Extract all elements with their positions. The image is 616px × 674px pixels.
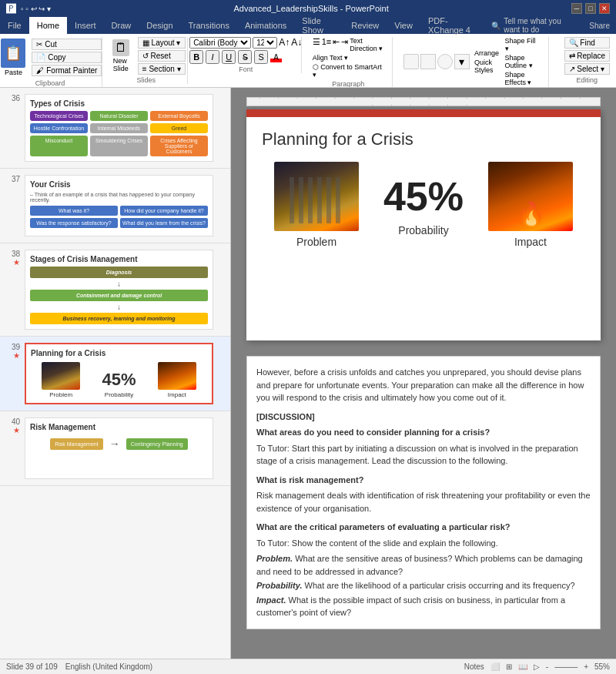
view-normal-icon[interactable]: ⬜ xyxy=(490,662,500,671)
increase-indent-button[interactable]: ⇥ xyxy=(341,37,348,52)
maximize-button[interactable]: □ xyxy=(585,3,596,14)
font-size-select[interactable]: 12 xyxy=(253,37,277,49)
slide-thumb-40[interactable]: 40 ★ Risk Management Risk Management → C… xyxy=(0,411,230,486)
slide-thumb-37[interactable]: 37 Your Crisis – Think of an example of … xyxy=(0,169,230,243)
ribbon-group-drawing: ▾ Arrange Quick Styles Shape Fill ▾ Shap… xyxy=(403,37,549,88)
slide-info: Slide 39 of 109 xyxy=(6,662,58,671)
select-button[interactable]: ↗ Select ▾ xyxy=(564,63,610,75)
planning-row-preview: Problem 45% Probability Impact xyxy=(31,362,207,398)
slide-thumb-38[interactable]: 38 ★ Stages of Crisis Management Diagnos… xyxy=(0,243,230,337)
slide-area: · · · · · · · · · · · · · · · · · · · · … xyxy=(231,88,616,659)
slide-preview-38: Stages of Crisis Management Diagnosis ↓ … xyxy=(25,250,213,330)
slide-thumb-36[interactable]: 36 Types of Crisis Technological Crises … xyxy=(0,88,230,169)
shape-more[interactable]: ▾ xyxy=(454,54,470,69)
ribbon-group-clipboard: 📋 Paste ✂ Cut 📄 Copy 🖌 Format Painter Cl… xyxy=(6,37,102,87)
layout-button[interactable]: ▦ Layout ▾ xyxy=(138,37,186,49)
app-icon: 🅿 xyxy=(6,3,16,15)
tab-draw[interactable]: Draw xyxy=(104,17,139,34)
bold-button[interactable]: B xyxy=(189,50,203,64)
zoom-level[interactable]: 55% xyxy=(594,662,610,671)
slide-number-38: 38 xyxy=(5,250,20,258)
main-slide: Planning for a Crisis Problem 45% Probab… xyxy=(246,109,601,340)
font-family-select[interactable]: Calibri (Body) xyxy=(189,37,251,49)
align-text-button[interactable]: Align Text ▾ xyxy=(313,54,348,62)
italic-button[interactable]: I xyxy=(206,50,219,64)
window-controls[interactable]: ─ □ ✕ xyxy=(571,3,610,14)
ribbon-group-editing: 🔍 Find ⇄ Replace ↗ Select ▾ Editing xyxy=(560,37,610,84)
cut-button[interactable]: ✂ Cut xyxy=(32,39,102,50)
decrease-indent-button[interactable]: ⇤ xyxy=(333,37,340,52)
text-direction-button[interactable]: Text Direction ▾ xyxy=(350,37,384,52)
main-area: 36 Types of Crisis Technological Crises … xyxy=(0,88,616,659)
increase-font-button[interactable]: A↑ xyxy=(279,37,290,49)
slide-number-39: 39 xyxy=(5,343,20,351)
slide-number-36: 36 xyxy=(5,94,20,102)
slide-images-row: Problem 45% Probability Impact xyxy=(262,162,585,248)
font-color-button[interactable]: A xyxy=(270,52,282,62)
tab-transitions[interactable]: Transitions xyxy=(181,17,237,34)
arrow-icon: → xyxy=(109,438,120,450)
zoom-out-button[interactable]: - xyxy=(546,662,548,671)
bullet-list-button[interactable]: ☰ xyxy=(313,37,320,52)
arrange-button[interactable]: Arrange xyxy=(474,49,502,57)
zoom-slider[interactable]: ——— xyxy=(554,662,578,671)
shape-fill-button[interactable]: Shape Fill ▾ xyxy=(505,37,541,52)
tab-design[interactable]: Design xyxy=(139,17,180,34)
zoom-in-button[interactable]: + xyxy=(584,662,588,671)
format-painter-button[interactable]: 🖌 Format Painter xyxy=(32,65,102,76)
status-bar: Slide 39 of 109 English (United Kingdom)… xyxy=(0,659,616,674)
tell-me-box[interactable]: 🔍 Tell me what you want to do xyxy=(485,17,583,34)
tab-insert[interactable]: Insert xyxy=(67,17,104,34)
view-reading-icon[interactable]: 📖 xyxy=(518,662,527,671)
share-button[interactable]: Share xyxy=(583,17,616,34)
notes-impact-label: Impact. xyxy=(256,595,286,605)
ribbon-content: 📋 Paste ✂ Cut 📄 Copy 🖌 Format Painter Cl… xyxy=(0,34,616,88)
paste-button[interactable]: 📋 Paste xyxy=(0,37,28,78)
preview-industrial-image xyxy=(42,362,80,390)
slide-preview-36: Types of Crisis Technological Crises Nat… xyxy=(25,94,213,162)
probability-percent: 45% xyxy=(383,173,464,220)
underline-button[interactable]: U xyxy=(222,50,236,64)
tab-pdfxchange[interactable]: PDF-XChange 4 xyxy=(420,17,485,34)
notes-q1-note: To Tutor: Start this part by initiating … xyxy=(256,444,578,466)
shadow-button[interactable]: S xyxy=(254,50,268,64)
slide-panel: 36 Types of Crisis Technological Crises … xyxy=(0,88,231,659)
shape-outline-button[interactable]: Shape Outline ▾ xyxy=(505,54,541,69)
shape-effects-button[interactable]: Shape Effects ▾ xyxy=(505,71,541,86)
slide-preview-39: Planning for a Crisis Problem 45% Probab… xyxy=(25,343,213,404)
tab-review[interactable]: Review xyxy=(343,17,387,34)
shape-rect[interactable] xyxy=(420,54,436,69)
shape-oval[interactable] xyxy=(437,54,453,69)
close-button[interactable]: ✕ xyxy=(599,3,610,14)
notes-probability-text: What are the likelihood of a particular … xyxy=(303,581,575,590)
tab-slideshow[interactable]: Slide Show xyxy=(294,17,343,34)
minimize-button[interactable]: ─ xyxy=(571,3,582,14)
shape-line[interactable] xyxy=(403,54,419,69)
tab-animations[interactable]: Animations xyxy=(237,17,294,34)
quick-styles-button[interactable]: Quick Styles xyxy=(474,59,502,74)
find-button[interactable]: 🔍 Find xyxy=(564,37,610,49)
reset-button[interactable]: ↺ Reset xyxy=(138,50,186,62)
view-slide-sorter-icon[interactable]: ⊞ xyxy=(506,662,512,671)
slide-star-38: ★ xyxy=(5,258,20,267)
impact-image xyxy=(488,162,573,231)
copy-button[interactable]: 📄 Copy xyxy=(32,52,102,63)
numbered-list-button[interactable]: 1≡ xyxy=(322,37,332,52)
strikethrough-button[interactable]: S̶ xyxy=(238,50,252,64)
notes-probability-label: Probability. xyxy=(256,581,303,590)
title-bar-left: 🅿 ▫ ▫ ↩ ↪ ▾ xyxy=(6,3,51,15)
convert-smartart-button[interactable]: ⬡ Convert to SmartArt ▾ xyxy=(313,63,384,79)
tab-file[interactable]: File xyxy=(0,17,29,34)
notes-toggle[interactable]: Notes xyxy=(464,662,484,671)
new-slide-button[interactable]: 🗒 NewSlide xyxy=(107,38,135,74)
tab-view[interactable]: View xyxy=(387,17,420,34)
slide-thumb-39[interactable]: 39 ★ Planning for a Crisis Problem 45% P… xyxy=(0,337,230,411)
slide-star-39: ★ xyxy=(5,351,20,360)
view-presenter-icon[interactable]: ▷ xyxy=(534,662,540,671)
decrease-font-button[interactable]: A↓ xyxy=(291,37,302,49)
replace-button[interactable]: ⇄ Replace xyxy=(564,50,610,62)
slide-preview-37: Your Crisis – Think of an example of a c… xyxy=(25,175,213,236)
section-button[interactable]: ≡ Section ▾ xyxy=(138,63,186,75)
tab-home[interactable]: Home xyxy=(29,17,67,34)
language-indicator: English (United Kingdom) xyxy=(65,662,152,671)
